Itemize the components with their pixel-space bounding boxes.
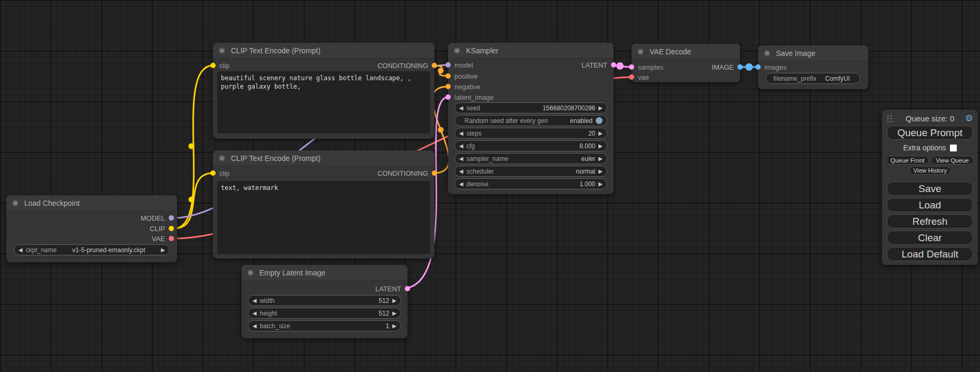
extra-options-checkbox[interactable] (950, 145, 957, 151)
increment-arrow-icon[interactable]: ▶ (392, 311, 396, 316)
cfg-widget[interactable]: ◀ cfg 8.000 ▶ (454, 140, 607, 151)
load-button[interactable]: Load (887, 198, 973, 212)
node-title-bar[interactable]: Load Checkpoint (6, 195, 177, 211)
node-vae-decode[interactable]: VAE Decode samples vae IMAGE (632, 44, 740, 82)
model-input-slot[interactable]: model (445, 61, 473, 69)
image-slot-dot[interactable] (738, 64, 743, 70)
node-title-bar[interactable]: VAE Decode (632, 44, 740, 60)
latent-slot-dot[interactable] (629, 64, 634, 70)
node-clip-text-encode-positive[interactable]: CLIP Text Encode (Prompt) clip CONDITION… (213, 43, 434, 139)
toggle-icon[interactable] (596, 117, 603, 124)
seed-widget[interactable]: ◀ seed 156680208700286 ▶ (454, 102, 607, 113)
batch-size-widget[interactable]: ◀ batch_size 1 ▶ (248, 320, 401, 331)
drag-handle-icon[interactable] (887, 115, 892, 122)
decrement-arrow-icon[interactable]: ◀ (253, 298, 257, 303)
link-dot[interactable] (616, 62, 624, 70)
denoise-widget[interactable]: ◀ denoise 1.000 ▶ (454, 178, 607, 189)
image-slot-dot[interactable] (755, 64, 761, 70)
collapse-dot-icon[interactable] (12, 200, 18, 206)
negative-prompt-textarea[interactable]: text, watermark (217, 181, 430, 254)
clip-slot-dot[interactable] (210, 170, 216, 176)
collapse-dot-icon[interactable] (247, 270, 254, 276)
increment-arrow-icon[interactable]: ▶ (598, 144, 603, 149)
conditioning-slot-dot[interactable] (432, 170, 437, 176)
decrement-arrow-icon[interactable]: ◀ (459, 144, 463, 149)
clip-slot-dot[interactable] (210, 63, 216, 68)
view-queue-button[interactable]: View Queue (931, 156, 974, 165)
node-title-bar[interactable]: CLIP Text Encode (Prompt) (213, 43, 434, 59)
node-title-bar[interactable]: CLIP Text Encode (Prompt) (213, 150, 434, 166)
collapse-dot-icon[interactable] (219, 47, 225, 54)
vae-slot-dot[interactable] (169, 236, 174, 241)
queue-front-button[interactable]: Queue Front (886, 156, 929, 165)
random-seed-toggle-widget[interactable]: Random seed after every gen enabled (454, 115, 607, 126)
node-title-bar[interactable]: Save Image (758, 45, 868, 61)
conditioning-slot-dot[interactable] (445, 84, 451, 89)
increment-arrow-icon[interactable]: ▶ (598, 106, 603, 111)
link-dot[interactable] (189, 197, 195, 203)
decrement-arrow-icon[interactable]: ◀ (459, 156, 463, 161)
image-output-slot[interactable]: IMAGE (712, 63, 743, 71)
queue-panel[interactable]: Queue size: 0 ⚙ Queue Prompt Extra optio… (882, 110, 978, 265)
latent-slot-dot[interactable] (611, 62, 616, 68)
node-load-checkpoint[interactable]: Load Checkpoint MODEL CLIP VAE ◀ ckpt_na… (6, 195, 177, 262)
model-output-slot[interactable]: MODEL (141, 214, 174, 222)
conditioning-output-slot[interactable]: CONDITIONING (377, 62, 437, 69)
vae-slot-dot[interactable] (629, 74, 634, 80)
clip-slot-dot[interactable] (169, 226, 174, 231)
clip-output-slot[interactable]: CLIP (150, 225, 174, 232)
decrement-arrow-icon[interactable]: ◀ (459, 106, 463, 111)
conditioning-slot-dot[interactable] (432, 63, 437, 68)
collapse-dot-icon[interactable] (764, 50, 770, 56)
link-dot[interactable] (745, 63, 753, 71)
conditioning-slot-dot[interactable] (445, 73, 451, 79)
decrement-arrow-icon[interactable]: ◀ (253, 311, 257, 316)
samples-input-slot[interactable]: samples (629, 63, 663, 71)
vae-input-slot[interactable]: vae (629, 73, 649, 81)
model-slot-dot[interactable] (169, 215, 174, 221)
decrement-arrow-icon[interactable]: ◀ (253, 323, 257, 329)
decrement-arrow-icon[interactable]: ◀ (459, 131, 463, 136)
latent-slot-dot[interactable] (405, 286, 410, 291)
clip-input-slot[interactable]: clip (210, 169, 230, 177)
node-title-bar[interactable]: Empty Latent Image (241, 265, 407, 281)
link-dot[interactable] (438, 68, 444, 74)
conditioning-output-slot[interactable]: CONDITIONING (377, 169, 437, 177)
model-slot-dot[interactable] (445, 62, 451, 68)
ckpt-name-widget[interactable]: ◀ ckpt_name v1-5-pruned-emaonly.ckpt ▶ (14, 244, 170, 255)
load-default-button[interactable]: Load Default (887, 247, 973, 261)
latent-output-slot[interactable]: LATENT (375, 285, 410, 292)
node-title-bar[interactable]: KSampler (448, 43, 614, 59)
latent-slot-dot[interactable] (445, 94, 451, 100)
images-input-slot[interactable]: images (755, 63, 787, 71)
node-save-image[interactable]: Save Image images filename_prefix ComfyU… (758, 45, 868, 89)
latent-output-slot[interactable]: LATENT (581, 61, 616, 69)
view-history-button[interactable]: View History (909, 166, 951, 175)
increment-arrow-icon[interactable]: ▶ (598, 156, 603, 161)
steps-widget[interactable]: ◀ steps 20 ▶ (454, 128, 607, 139)
positive-input-slot[interactable]: positive (445, 72, 478, 80)
vae-output-slot[interactable]: VAE (152, 235, 174, 242)
collapse-dot-icon[interactable] (454, 47, 460, 54)
link-dot[interactable] (189, 144, 195, 149)
queue-prompt-button[interactable]: Queue Prompt (887, 126, 973, 140)
decrement-arrow-icon[interactable]: ◀ (18, 247, 23, 253)
decrement-arrow-icon[interactable]: ◀ (459, 182, 463, 187)
collapse-dot-icon[interactable] (637, 49, 644, 55)
increment-arrow-icon[interactable]: ▶ (598, 182, 603, 187)
filename-prefix-widget[interactable]: filename_prefix ComfyUI (765, 73, 860, 84)
node-empty-latent-image[interactable]: Empty Latent Image LATENT ◀ width 512 ▶ … (241, 265, 407, 338)
gear-icon[interactable]: ⚙ (965, 113, 973, 124)
increment-arrow-icon[interactable]: ▶ (598, 131, 603, 136)
refresh-button[interactable]: Refresh (887, 214, 973, 228)
node-graph-canvas[interactable]: Load Checkpoint MODEL CLIP VAE ◀ ckpt_na… (0, 0, 980, 372)
width-widget[interactable]: ◀ width 512 ▶ (248, 295, 401, 306)
collapse-dot-icon[interactable] (219, 155, 225, 161)
increment-arrow-icon[interactable]: ▶ (161, 247, 165, 253)
negative-input-slot[interactable]: negative (445, 83, 480, 90)
latent-image-input-slot[interactable]: latent_image (445, 93, 493, 101)
increment-arrow-icon[interactable]: ▶ (598, 169, 603, 174)
decrement-arrow-icon[interactable]: ◀ (459, 169, 463, 174)
node-clip-text-encode-negative[interactable]: CLIP Text Encode (Prompt) clip CONDITION… (213, 150, 434, 259)
sampler-name-widget[interactable]: ◀ sampler_name euler ▶ (454, 153, 607, 164)
